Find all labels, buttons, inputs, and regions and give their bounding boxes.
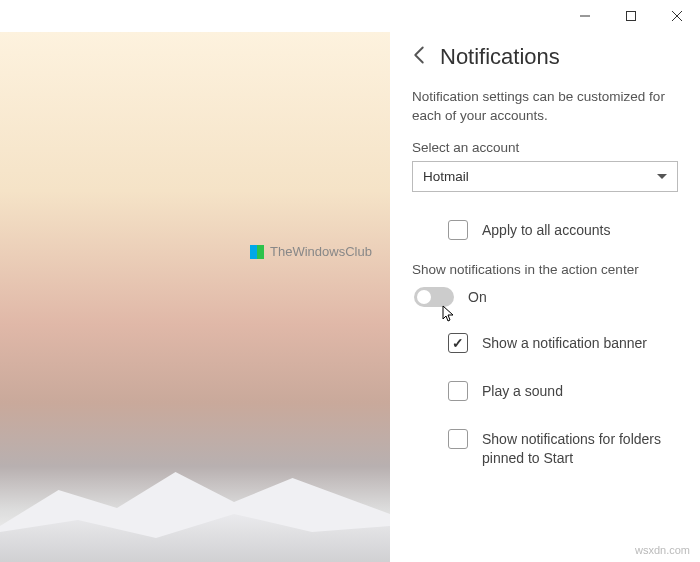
settings-panel: Notifications Notification settings can … xyxy=(390,32,700,562)
domain-watermark: wsxdn.com xyxy=(635,544,690,556)
watermark: TheWindowsClub xyxy=(250,244,372,259)
action-center-toggle[interactable] xyxy=(414,287,454,307)
toggle-state-label: On xyxy=(468,289,487,305)
sound-checkbox[interactable] xyxy=(448,381,468,401)
sound-row[interactable]: Play a sound xyxy=(412,373,678,409)
pinned-label: Show notifications for folders pinned to… xyxy=(482,429,678,468)
account-select-label: Select an account xyxy=(412,140,678,155)
settings-description: Notification settings can be customized … xyxy=(412,88,678,126)
banner-checkbox[interactable] xyxy=(448,333,468,353)
apply-all-row[interactable]: Apply to all accounts xyxy=(412,212,678,248)
pinned-checkbox[interactable] xyxy=(448,429,468,449)
page-title: Notifications xyxy=(440,44,560,70)
svg-marker-4 xyxy=(657,174,667,179)
account-selected-value: Hotmail xyxy=(423,169,469,184)
minimize-button[interactable] xyxy=(562,0,608,32)
back-icon[interactable] xyxy=(412,45,426,69)
apply-all-checkbox[interactable] xyxy=(448,220,468,240)
sound-label: Play a sound xyxy=(482,381,563,401)
titlebar xyxy=(0,0,700,32)
close-button[interactable] xyxy=(654,0,700,32)
pinned-row[interactable]: Show notifications for folders pinned to… xyxy=(412,421,678,476)
banner-row[interactable]: Show a notification banner xyxy=(412,325,678,361)
cursor-icon xyxy=(442,305,456,327)
svg-rect-1 xyxy=(627,12,636,21)
action-center-toggle-row: On xyxy=(412,287,678,307)
account-select[interactable]: Hotmail xyxy=(412,161,678,192)
panel-header: Notifications xyxy=(412,44,678,70)
chevron-down-icon xyxy=(657,169,667,184)
maximize-button[interactable] xyxy=(608,0,654,32)
watermark-icon xyxy=(250,245,264,259)
apply-all-label: Apply to all accounts xyxy=(482,220,610,240)
action-center-label: Show notifications in the action center xyxy=(412,262,678,277)
banner-label: Show a notification banner xyxy=(482,333,647,353)
watermark-text: TheWindowsClub xyxy=(270,244,372,259)
